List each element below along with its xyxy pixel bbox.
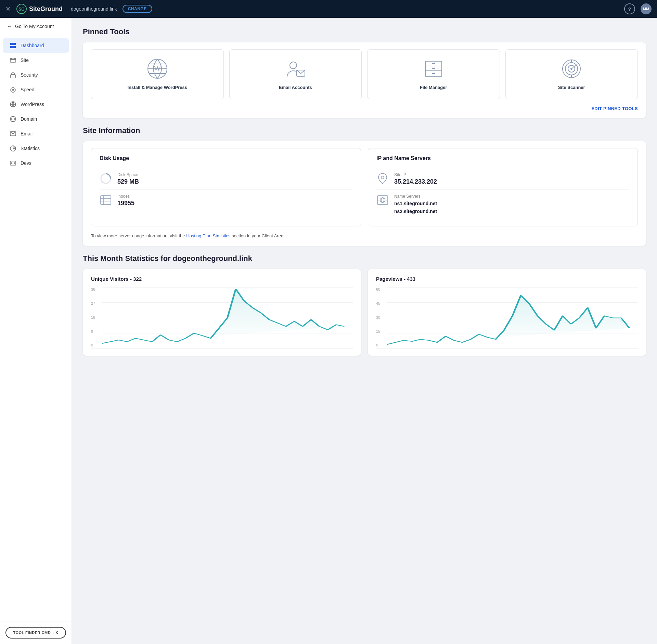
wordpress-tool-icon: W bbox=[146, 58, 168, 80]
pinned-tool-site-scanner[interactable]: Site Scanner bbox=[505, 49, 638, 99]
sidebar: ← Go To My Account Dashboard bbox=[0, 18, 72, 644]
ns2: ns2.siteground.net bbox=[394, 209, 437, 214]
go-to-account-link[interactable]: ← Go To My Account bbox=[0, 18, 72, 35]
ns1: ns1.siteground.net bbox=[394, 201, 437, 206]
svg-rect-5 bbox=[13, 46, 16, 48]
inodes-icon bbox=[100, 194, 112, 206]
sidebar-item-label: WordPress bbox=[21, 102, 44, 107]
svg-rect-10 bbox=[11, 75, 15, 78]
sidebar-item-domain[interactable]: Domain bbox=[3, 112, 69, 126]
pageviews-title: Pageviews - 433 bbox=[376, 276, 638, 282]
back-arrow-icon: ← bbox=[7, 23, 12, 29]
change-button[interactable]: CHANGE bbox=[123, 5, 152, 13]
site-ip-label: Site IP bbox=[394, 172, 437, 177]
site-scanner-tool-icon bbox=[561, 58, 582, 80]
statistics-icon bbox=[10, 145, 16, 152]
topbar-domain: dogeontheground.link bbox=[71, 6, 117, 12]
svg-rect-6 bbox=[10, 58, 16, 62]
avatar[interactable]: MM bbox=[641, 3, 652, 14]
hosting-plan-stats-link[interactable]: Hosting Plan Statistics bbox=[186, 233, 230, 238]
name-servers-value: ns1.siteground.net ns2.siteground.net bbox=[394, 200, 437, 215]
svg-point-29 bbox=[290, 62, 297, 69]
site-info-grid: Disk Usage Disk Space 529 MB bbox=[91, 148, 638, 226]
logo: SG SiteGround bbox=[16, 3, 63, 14]
sidebar-item-label: Statistics bbox=[21, 146, 40, 151]
svg-rect-2 bbox=[10, 43, 13, 45]
lock-icon bbox=[10, 71, 16, 78]
svg-point-55 bbox=[381, 198, 384, 202]
email-accounts-tool-icon bbox=[284, 58, 306, 80]
pinned-tool-label: Site Scanner bbox=[558, 84, 585, 91]
unique-visitors-chart: 36 27 18 9 0 bbox=[91, 287, 353, 349]
statistics-title: This Month Statistics for dogeonthegroun… bbox=[83, 254, 646, 263]
pinned-tool-label: Email Accounts bbox=[279, 84, 312, 91]
unique-visitors-title: Unique Visitors - 322 bbox=[91, 276, 353, 282]
svg-text:W: W bbox=[154, 64, 161, 73]
ip-name-servers-box: IP and Name Servers Site IP 35.214.233.2… bbox=[368, 148, 638, 226]
sidebar-item-security[interactable]: Security bbox=[3, 68, 69, 82]
devs-icon bbox=[10, 160, 16, 167]
svg-point-12 bbox=[13, 90, 14, 91]
footer-text-prefix: To view more server usage information, v… bbox=[91, 233, 186, 238]
pinned-tools-title: Pinned Tools bbox=[83, 27, 646, 36]
edit-pinned-tools-link[interactable]: EDIT PINNED TOOLS bbox=[91, 105, 638, 111]
sidebar-item-devs[interactable]: Devs bbox=[3, 156, 69, 170]
footer-text-suffix: section in your Client Area bbox=[231, 233, 284, 238]
sidebar-item-wordpress[interactable]: WordPress bbox=[3, 97, 69, 111]
svg-rect-3 bbox=[13, 43, 16, 45]
sidebar-item-speed[interactable]: Speed bbox=[3, 82, 69, 97]
inodes-value: 19955 bbox=[117, 200, 134, 207]
svg-point-52 bbox=[380, 198, 385, 202]
pageviews-svg bbox=[387, 287, 638, 349]
help-button[interactable]: ? bbox=[624, 3, 635, 14]
domain-icon bbox=[10, 116, 16, 122]
sidebar-item-label: Email bbox=[21, 131, 33, 136]
y-axis-labels: 36 27 18 9 0 bbox=[91, 287, 101, 349]
close-button[interactable]: ✕ bbox=[5, 5, 11, 13]
sidebar-item-label: Domain bbox=[21, 116, 37, 122]
logo-text: SiteGround bbox=[29, 5, 63, 13]
email-icon bbox=[10, 130, 16, 137]
pageviews-chart: 60 45 30 15 0 bbox=[376, 287, 638, 349]
pinned-tool-email-accounts[interactable]: Email Accounts bbox=[229, 49, 362, 99]
statistics-grid: Unique Visitors - 322 36 27 18 9 0 bbox=[83, 269, 646, 356]
pinned-tool-label: File Manager bbox=[420, 84, 447, 91]
sidebar-item-site[interactable]: Site bbox=[3, 53, 69, 67]
inodes-row: Inodes 19955 bbox=[100, 190, 352, 211]
name-servers-label: Name Servers bbox=[394, 194, 437, 199]
sidebar-item-label: Devs bbox=[21, 160, 31, 166]
site-icon bbox=[10, 57, 16, 64]
unique-visitors-svg bbox=[102, 287, 353, 349]
disk-usage-title: Disk Usage bbox=[100, 155, 352, 161]
disk-space-value: 529 MB bbox=[117, 178, 139, 185]
grid-icon bbox=[10, 42, 16, 49]
name-servers-row: Name Servers ns1.siteground.net ns2.site… bbox=[376, 190, 629, 219]
disk-usage-box: Disk Usage Disk Space 529 MB bbox=[91, 148, 361, 226]
topbar: ✕ SG SiteGround dogeontheground.link CHA… bbox=[0, 0, 657, 18]
svg-text:SG: SG bbox=[18, 7, 24, 12]
tool-finder-button[interactable]: TOOL FINDER CMD + K bbox=[5, 627, 66, 639]
unique-visitors-card: Unique Visitors - 322 36 27 18 9 0 bbox=[83, 269, 361, 356]
main-layout: ← Go To My Account Dashboard bbox=[0, 18, 657, 644]
svg-rect-46 bbox=[101, 196, 111, 205]
site-information-card: Disk Usage Disk Space 529 MB bbox=[83, 141, 646, 246]
disk-space-label: Disk Space bbox=[117, 172, 139, 177]
siteground-logo-icon: SG bbox=[16, 3, 27, 14]
back-label: Go To My Account bbox=[15, 24, 54, 29]
sidebar-item-statistics[interactable]: Statistics bbox=[3, 141, 69, 156]
pinned-tool-file-manager[interactable]: File Manager bbox=[367, 49, 500, 99]
sidebar-item-email[interactable]: Email bbox=[3, 127, 69, 141]
ip-name-servers-title: IP and Name Servers bbox=[376, 155, 629, 161]
svg-point-50 bbox=[381, 176, 384, 179]
inodes-label: Inodes bbox=[117, 194, 134, 199]
sidebar-item-dashboard[interactable]: Dashboard bbox=[3, 38, 69, 53]
sidebar-item-label: Security bbox=[21, 72, 38, 78]
sidebar-item-label: Site bbox=[21, 57, 29, 63]
pinned-tool-label: Install & Manage WordPress bbox=[127, 84, 187, 91]
pinned-tool-wordpress[interactable]: W Install & Manage WordPress bbox=[91, 49, 224, 99]
location-pin-icon bbox=[376, 172, 389, 185]
svg-rect-4 bbox=[10, 46, 13, 48]
sidebar-item-label: Speed bbox=[21, 87, 34, 92]
pie-chart-icon bbox=[100, 172, 112, 185]
wordpress-icon bbox=[10, 101, 16, 108]
